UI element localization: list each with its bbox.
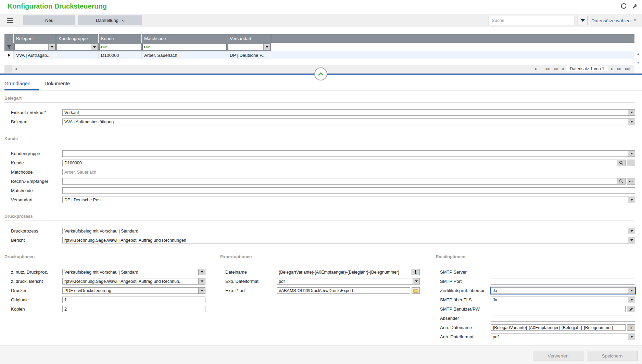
druck-bericht-select[interactable]: rptVKRechnung.Sage.Wawi | Angebot, Auftr… xyxy=(62,278,205,285)
filter-belegart-select[interactable] xyxy=(14,44,55,50)
cell-kundengruppe[interactable] xyxy=(56,51,99,59)
dropdown-arrow-icon[interactable] xyxy=(628,228,635,234)
kundengruppe-select[interactable] xyxy=(62,150,635,157)
tab-dokumente[interactable]: Dokumente xyxy=(45,81,70,86)
filter-matchcode-input[interactable]: A%C xyxy=(142,44,227,50)
anh-dateiformat-select[interactable]: pdf xyxy=(491,334,635,340)
section-title: Emailoptionen xyxy=(436,254,635,261)
grid-header-selector xyxy=(4,34,14,43)
hamburger-menu-icon[interactable] xyxy=(7,18,13,23)
dropdown-arrow-icon[interactable] xyxy=(628,119,635,125)
dateiname-input[interactable] xyxy=(277,269,410,275)
exp-dateiformat-select[interactable]: pdf xyxy=(277,278,420,285)
exp-pfad-input[interactable] xyxy=(277,287,410,294)
new-button[interactable]: Neu xyxy=(23,15,75,25)
kopien-input[interactable] xyxy=(62,306,205,312)
dropdown-arrow-icon[interactable] xyxy=(628,197,635,203)
field-label: Druckprozess xyxy=(4,228,62,234)
dropdown-arrow-icon[interactable] xyxy=(628,237,635,243)
zertifikatspruef-select[interactable]: Ja xyxy=(491,287,635,294)
first-record-icon[interactable]: |◀◀ xyxy=(542,65,551,73)
last-record-icon[interactable]: ▶▶| xyxy=(623,65,632,73)
wrench-icon[interactable] xyxy=(631,2,638,10)
nutz-druckprozess-select[interactable]: Verkaufsbeleg mit Vorschau | Standard xyxy=(62,269,205,275)
next-record-icon[interactable]: ▶ xyxy=(609,65,615,73)
matchcode-input[interactable] xyxy=(62,187,635,194)
fast-next-record-icon[interactable]: ▶▶ xyxy=(615,65,623,73)
bericht-select[interactable]: rptVKRechnung.Sage.Wawi | Angebot, Auftr… xyxy=(62,237,635,243)
versandart-select[interactable]: DP | Deutsche Post xyxy=(62,197,635,203)
search-filter-dropdown-button[interactable] xyxy=(578,16,588,25)
search-icon[interactable] xyxy=(617,160,625,166)
smtp-server-input[interactable] xyxy=(491,269,635,275)
select-records-caret-icon[interactable]: ▾ xyxy=(634,18,636,22)
scroll-left-icon[interactable]: ◀ xyxy=(13,65,19,73)
cell-filler xyxy=(271,51,634,59)
smtp-tls-select[interactable]: Ja xyxy=(491,297,635,303)
dropdown-arrow-icon[interactable] xyxy=(628,110,635,115)
kunde-input[interactable] xyxy=(62,160,626,166)
filter-versandart-select[interactable] xyxy=(228,44,270,50)
pencil-icon[interactable] xyxy=(627,306,635,312)
cell-kunde[interactable]: D100000 xyxy=(99,51,142,59)
dropdown-arrow-icon[interactable] xyxy=(91,44,98,50)
info-icon[interactable] xyxy=(627,324,635,331)
view-button[interactable]: Darstellung xyxy=(78,15,142,25)
grid-header-versandart[interactable]: Versandart xyxy=(227,34,271,43)
smtp-port-input[interactable] xyxy=(491,278,635,285)
grid-header-belegart[interactable]: Belegart xyxy=(14,34,56,43)
folder-icon[interactable] xyxy=(412,287,420,294)
filter-kunde-input[interactable]: A%C xyxy=(99,44,141,50)
dropdown-arrow-icon[interactable] xyxy=(628,151,635,156)
select-records-link[interactable]: Datensätze wählen xyxy=(591,18,631,23)
dropdown-arrow-icon[interactable] xyxy=(628,297,635,303)
cell-versandart[interactable]: DP | Deutsche P... xyxy=(227,51,271,59)
section-druckprozess: Druckprozess Druckprozess Verkaufsbeleg … xyxy=(4,214,635,246)
wildcard-filter-icon: A%C xyxy=(143,46,150,49)
grid-header-kunde[interactable]: Kunde xyxy=(99,34,142,43)
dropdown-arrow-icon[interactable] xyxy=(628,288,635,293)
grid-header-kundengruppe[interactable]: Kundengruppe xyxy=(56,34,99,43)
anh-dateiname-input[interactable] xyxy=(491,324,626,331)
collapse-panel-button[interactable] xyxy=(314,67,327,80)
tab-grundlagen[interactable]: Grundlagen xyxy=(4,81,30,86)
filter-kundengruppe-select[interactable] xyxy=(57,44,98,50)
field-label: z. nutz. Druckproz. xyxy=(4,269,62,275)
drucker-select[interactable]: PDF erwDrucksteuerung xyxy=(62,287,205,294)
grid-data-row[interactable]: VVA | Auftragsb... D100000 Arber, Sauerl… xyxy=(4,51,634,59)
ellipsis-icon[interactable] xyxy=(627,160,635,166)
dropdown-arrow-icon[interactable] xyxy=(628,334,635,340)
section-title: Druckprozess xyxy=(4,214,635,221)
einkauf-verkauf-select[interactable]: Verkauf xyxy=(62,109,635,116)
dropdown-arrow-icon[interactable] xyxy=(198,269,205,275)
filter-funnel-icon xyxy=(4,43,14,51)
save-button[interactable]: Speichern xyxy=(587,351,638,361)
ellipsis-icon[interactable] xyxy=(627,178,635,185)
section-kunde: Kunde Kundengruppe Kunde Matchcode Rechn… xyxy=(4,136,635,206)
belegart-select[interactable]: VVA | Auftragsbestätigung xyxy=(62,118,635,125)
smtp-benutzer-pw-input[interactable] xyxy=(491,306,626,312)
cell-belegart[interactable]: VVA | Auftragsb... xyxy=(14,51,56,59)
info-icon[interactable] xyxy=(412,269,420,275)
dropdown-arrow-icon[interactable] xyxy=(198,278,205,284)
absender-input[interactable] xyxy=(491,315,635,322)
discard-button[interactable]: Verwerfen xyxy=(533,351,583,361)
druckprozess-select[interactable]: Verkaufsbeleg mit Vorschau | Standard xyxy=(62,228,635,234)
rechn-empfaenger-input[interactable] xyxy=(62,178,626,185)
dropdown-arrow-icon[interactable] xyxy=(48,44,55,50)
prev-record-icon[interactable]: ◀ xyxy=(559,65,565,73)
dropdown-arrow-icon[interactable] xyxy=(198,288,205,293)
search-input[interactable] xyxy=(489,16,575,25)
search-icon[interactable] xyxy=(617,178,625,184)
originale-input[interactable] xyxy=(62,297,205,303)
scroll-right-icon[interactable]: ▶ xyxy=(533,65,539,73)
dropdown-arrow-icon[interactable] xyxy=(413,278,419,284)
field-label: Einkauf / Verkauf* xyxy=(4,110,62,115)
cell-matchcode[interactable]: Arber, Sauerlach xyxy=(142,51,227,59)
scroll-up-icon[interactable]: ▲ xyxy=(635,52,641,55)
grid-header-matchcode[interactable]: Matchcode xyxy=(142,34,227,43)
dropdown-arrow-icon[interactable] xyxy=(263,44,270,50)
fast-prev-record-icon[interactable]: ◀◀ xyxy=(551,65,559,73)
scroll-down-icon[interactable]: ▼ xyxy=(635,61,641,64)
refresh-icon[interactable] xyxy=(620,2,627,10)
